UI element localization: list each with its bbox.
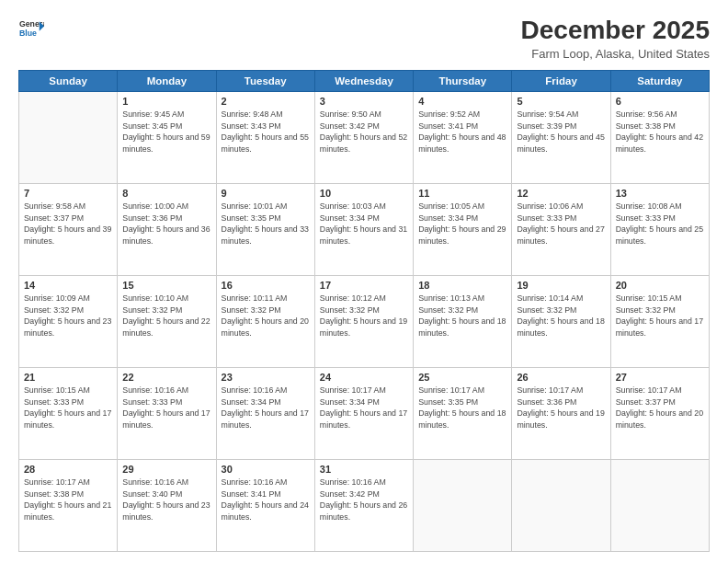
day-info: Sunrise: 10:17 AM Sunset: 3:36 PM Daylig…	[517, 385, 605, 431]
calendar-cell: 12Sunrise: 10:06 AM Sunset: 3:33 PM Dayl…	[512, 183, 610, 275]
day-number: 14	[24, 280, 112, 291]
calendar-cell: 6Sunrise: 9:56 AM Sunset: 3:38 PM Daylig…	[610, 91, 709, 183]
day-info: Sunrise: 9:58 AM Sunset: 3:37 PM Dayligh…	[24, 201, 112, 247]
page: General Blue December 2025 Farm Loop, Al…	[0, 0, 728, 563]
day-number: 9	[222, 188, 310, 199]
day-info: Sunrise: 9:48 AM Sunset: 3:43 PM Dayligh…	[222, 109, 310, 155]
svg-text:Blue: Blue	[19, 29, 37, 38]
day-number: 6	[616, 96, 704, 107]
calendar-cell: 20Sunrise: 10:15 AM Sunset: 3:32 PM Dayl…	[610, 275, 709, 367]
day-info: Sunrise: 10:16 AM Sunset: 3:33 PM Daylig…	[122, 385, 210, 431]
calendar-cell: 10Sunrise: 10:03 AM Sunset: 3:34 PM Dayl…	[314, 183, 413, 275]
day-info: Sunrise: 10:16 AM Sunset: 3:41 PM Daylig…	[222, 477, 310, 523]
header: General Blue December 2025 Farm Loop, Al…	[18, 17, 710, 61]
calendar-cell: 3Sunrise: 9:50 AM Sunset: 3:42 PM Daylig…	[314, 91, 413, 183]
day-info: Sunrise: 10:06 AM Sunset: 3:33 PM Daylig…	[517, 201, 605, 247]
subtitle: Farm Loop, Alaska, United States	[521, 47, 710, 61]
col-tuesday: Tuesday	[216, 70, 314, 91]
day-number: 8	[122, 188, 210, 199]
day-info: Sunrise: 10:17 AM Sunset: 3:38 PM Daylig…	[24, 477, 112, 523]
col-monday: Monday	[118, 70, 216, 91]
calendar-week-1: 1Sunrise: 9:45 AM Sunset: 3:45 PM Daylig…	[19, 91, 710, 183]
day-info: Sunrise: 10:15 AM Sunset: 3:32 PM Daylig…	[616, 293, 704, 339]
calendar-cell: 4Sunrise: 9:52 AM Sunset: 3:41 PM Daylig…	[414, 91, 512, 183]
day-info: Sunrise: 9:54 AM Sunset: 3:39 PM Dayligh…	[517, 109, 605, 155]
day-info: Sunrise: 10:11 AM Sunset: 3:32 PM Daylig…	[222, 293, 310, 339]
day-info: Sunrise: 10:16 AM Sunset: 3:34 PM Daylig…	[222, 385, 310, 431]
calendar-cell: 9Sunrise: 10:01 AM Sunset: 3:35 PM Dayli…	[216, 183, 314, 275]
day-info: Sunrise: 10:12 AM Sunset: 3:32 PM Daylig…	[320, 293, 408, 339]
day-info: Sunrise: 9:52 AM Sunset: 3:41 PM Dayligh…	[418, 109, 506, 155]
calendar-cell	[414, 459, 512, 551]
calendar-cell	[19, 91, 118, 183]
day-info: Sunrise: 10:17 AM Sunset: 3:34 PM Daylig…	[320, 385, 408, 431]
calendar-cell: 30Sunrise: 10:16 AM Sunset: 3:41 PM Dayl…	[216, 459, 314, 551]
calendar-week-3: 14Sunrise: 10:09 AM Sunset: 3:32 PM Dayl…	[19, 275, 710, 367]
calendar-cell: 21Sunrise: 10:15 AM Sunset: 3:33 PM Dayl…	[19, 367, 118, 459]
day-number: 28	[24, 464, 112, 475]
day-number: 7	[24, 188, 112, 199]
day-number: 19	[517, 280, 605, 291]
calendar-cell: 26Sunrise: 10:17 AM Sunset: 3:36 PM Dayl…	[512, 367, 610, 459]
day-number: 2	[222, 96, 310, 107]
day-number: 4	[418, 96, 506, 107]
col-thursday: Thursday	[414, 70, 512, 91]
day-info: Sunrise: 10:14 AM Sunset: 3:32 PM Daylig…	[517, 293, 605, 339]
col-saturday: Saturday	[610, 70, 709, 91]
calendar-week-5: 28Sunrise: 10:17 AM Sunset: 3:38 PM Dayl…	[19, 459, 710, 551]
logo: General Blue	[18, 17, 44, 42]
main-title: December 2025	[521, 17, 710, 45]
day-number: 5	[517, 96, 605, 107]
calendar-cell: 1Sunrise: 9:45 AM Sunset: 3:45 PM Daylig…	[118, 91, 216, 183]
calendar-cell: 27Sunrise: 10:17 AM Sunset: 3:37 PM Dayl…	[610, 367, 709, 459]
day-info: Sunrise: 10:00 AM Sunset: 3:36 PM Daylig…	[122, 201, 210, 247]
calendar-cell: 16Sunrise: 10:11 AM Sunset: 3:32 PM Dayl…	[216, 275, 314, 367]
day-info: Sunrise: 9:56 AM Sunset: 3:38 PM Dayligh…	[616, 109, 704, 155]
title-block: December 2025 Farm Loop, Alaska, United …	[521, 17, 710, 61]
calendar-cell: 5Sunrise: 9:54 AM Sunset: 3:39 PM Daylig…	[512, 91, 610, 183]
calendar-cell: 13Sunrise: 10:08 AM Sunset: 3:33 PM Dayl…	[610, 183, 709, 275]
day-number: 30	[222, 464, 310, 475]
day-info: Sunrise: 10:15 AM Sunset: 3:33 PM Daylig…	[24, 385, 112, 431]
calendar-cell: 25Sunrise: 10:17 AM Sunset: 3:35 PM Dayl…	[414, 367, 512, 459]
col-friday: Friday	[512, 70, 610, 91]
calendar-cell: 14Sunrise: 10:09 AM Sunset: 3:32 PM Dayl…	[19, 275, 118, 367]
calendar-cell: 7Sunrise: 9:58 AM Sunset: 3:37 PM Daylig…	[19, 183, 118, 275]
day-info: Sunrise: 10:17 AM Sunset: 3:37 PM Daylig…	[616, 385, 704, 431]
day-number: 1	[122, 96, 210, 107]
day-number: 26	[517, 372, 605, 383]
calendar-cell: 24Sunrise: 10:17 AM Sunset: 3:34 PM Dayl…	[314, 367, 413, 459]
day-info: Sunrise: 10:08 AM Sunset: 3:33 PM Daylig…	[616, 201, 704, 247]
day-number: 17	[320, 280, 408, 291]
calendar-cell: 11Sunrise: 10:05 AM Sunset: 3:34 PM Dayl…	[414, 183, 512, 275]
calendar-week-2: 7Sunrise: 9:58 AM Sunset: 3:37 PM Daylig…	[19, 183, 710, 275]
day-number: 18	[418, 280, 506, 291]
day-number: 13	[616, 188, 704, 199]
day-number: 22	[122, 372, 210, 383]
calendar-cell: 19Sunrise: 10:14 AM Sunset: 3:32 PM Dayl…	[512, 275, 610, 367]
calendar-cell: 22Sunrise: 10:16 AM Sunset: 3:33 PM Dayl…	[118, 367, 216, 459]
day-number: 10	[320, 188, 408, 199]
logo-icon: General Blue	[18, 17, 44, 42]
day-info: Sunrise: 10:17 AM Sunset: 3:35 PM Daylig…	[418, 385, 506, 431]
day-number: 11	[418, 188, 506, 199]
day-number: 16	[222, 280, 310, 291]
day-info: Sunrise: 10:16 AM Sunset: 3:40 PM Daylig…	[122, 477, 210, 523]
col-wednesday: Wednesday	[314, 70, 413, 91]
calendar-cell: 8Sunrise: 10:00 AM Sunset: 3:36 PM Dayli…	[118, 183, 216, 275]
calendar-cell: 18Sunrise: 10:13 AM Sunset: 3:32 PM Dayl…	[414, 275, 512, 367]
day-number: 20	[616, 280, 704, 291]
day-info: Sunrise: 10:03 AM Sunset: 3:34 PM Daylig…	[320, 201, 408, 247]
day-info: Sunrise: 10:09 AM Sunset: 3:32 PM Daylig…	[24, 293, 112, 339]
calendar-header-row: Sunday Monday Tuesday Wednesday Thursday…	[19, 70, 710, 91]
day-info: Sunrise: 9:45 AM Sunset: 3:45 PM Dayligh…	[122, 109, 210, 155]
day-number: 23	[222, 372, 310, 383]
calendar-cell: 2Sunrise: 9:48 AM Sunset: 3:43 PM Daylig…	[216, 91, 314, 183]
day-info: Sunrise: 9:50 AM Sunset: 3:42 PM Dayligh…	[320, 109, 408, 155]
day-number: 24	[320, 372, 408, 383]
calendar-cell	[512, 459, 610, 551]
day-number: 31	[320, 464, 408, 475]
calendar-cell: 31Sunrise: 10:16 AM Sunset: 3:42 PM Dayl…	[314, 459, 413, 551]
day-info: Sunrise: 10:16 AM Sunset: 3:42 PM Daylig…	[320, 477, 408, 523]
col-sunday: Sunday	[19, 70, 118, 91]
